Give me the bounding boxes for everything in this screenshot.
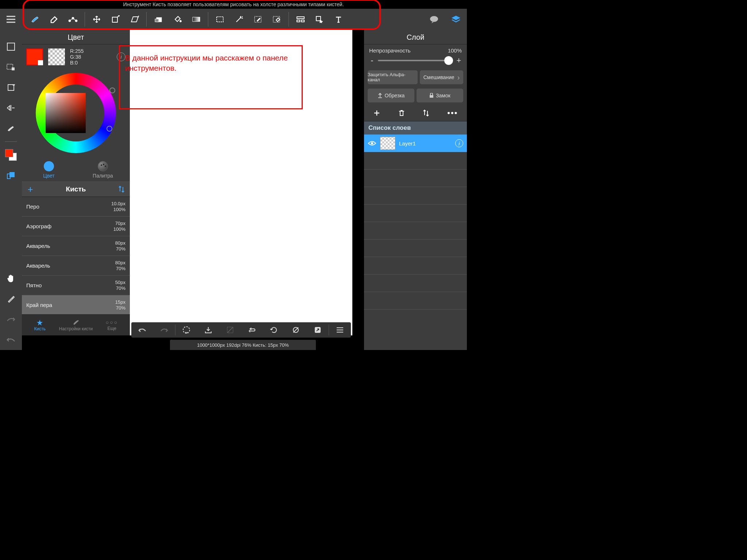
tab-brush[interactable]: Кисть: [22, 315, 58, 335]
brush-row[interactable]: Акварель80px70%: [22, 236, 130, 256]
palette-tab[interactable]: Палитра: [76, 157, 130, 183]
svg-rect-12: [297, 20, 300, 22]
text-icon[interactable]: [329, 12, 348, 27]
bottom-menu-button[interactable]: [329, 327, 351, 332]
canvas[interactable]: В данной инструкции мы расскажем о панел…: [130, 30, 352, 335]
eraser-icon[interactable]: [44, 12, 63, 27]
tool-tooltip: Инструмент Кисть позволяет пользователям…: [0, 0, 467, 9]
top-toolbar: [0, 9, 467, 30]
canvas-icon[interactable]: [4, 39, 18, 54]
layer-reorder-button[interactable]: [423, 109, 429, 117]
hide-ref-icon[interactable]: [285, 326, 307, 334]
svg-point-25: [103, 164, 104, 165]
svg-line-32: [228, 327, 233, 332]
svg-point-30: [183, 327, 190, 333]
layer-name: Layer1: [399, 140, 416, 147]
brush-panel-title: Кисть: [39, 185, 113, 193]
svg-rect-16: [7, 43, 15, 50]
brush-row[interactable]: Аэрограф70px100%: [22, 217, 130, 236]
brush-row[interactable]: Акварель80px70%: [22, 256, 130, 276]
panels-icon[interactable]: [291, 12, 310, 27]
undo-button[interactable]: [131, 327, 153, 332]
opacity-minus[interactable]: -: [369, 56, 375, 65]
distort-icon[interactable]: [125, 12, 144, 27]
reset-view-icon[interactable]: [263, 326, 285, 334]
svg-rect-11: [297, 17, 304, 19]
marquee-icon[interactable]: [210, 12, 229, 27]
repeat-icon[interactable]: [241, 327, 263, 333]
layer-item[interactable]: Layer1 i: [364, 135, 467, 152]
svg-point-26: [105, 166, 106, 167]
select-brush-icon[interactable]: [248, 12, 267, 27]
cursor-icon[interactable]: [310, 12, 329, 27]
svg-rect-5: [155, 19, 159, 22]
foreground-swatch[interactable]: [26, 48, 43, 65]
redo-button[interactable]: [153, 327, 175, 332]
svg-rect-28: [430, 95, 433, 98]
brush-row[interactable]: Край пера15px70%: [22, 295, 130, 314]
crop-button[interactable]: Обрезка: [368, 89, 414, 102]
color-panel-title: Цвет: [22, 30, 130, 44]
dots-path-icon[interactable]: [63, 12, 82, 27]
fullscreen-icon[interactable]: [307, 326, 329, 334]
selection-add-icon[interactable]: [4, 60, 18, 74]
rotate-canvas-icon[interactable]: [175, 326, 197, 334]
opacity-slider[interactable]: - +: [369, 56, 462, 65]
brush-left-icon[interactable]: [4, 121, 18, 136]
layer-more-button[interactable]: •••: [447, 108, 458, 118]
color-wheel[interactable]: [22, 69, 130, 157]
protect-alpha-button[interactable]: Защитить Альфа-канал: [368, 70, 418, 84]
layer-thumbnail: [380, 137, 395, 150]
brush-icon[interactable]: [26, 12, 44, 27]
svg-point-6: [180, 20, 182, 22]
undo-icon[interactable]: [4, 332, 18, 347]
color-tab[interactable]: Цвет: [22, 157, 76, 183]
color-swatch-icon[interactable]: [4, 148, 18, 162]
background-swatch[interactable]: [48, 48, 65, 65]
svg-rect-3: [112, 17, 117, 22]
flip-h-icon[interactable]: [4, 101, 18, 115]
transform-icon[interactable]: [106, 12, 125, 27]
wand-icon[interactable]: [229, 12, 248, 27]
chat-icon[interactable]: [429, 15, 439, 23]
move-icon[interactable]: [87, 12, 106, 27]
eyedropper-icon[interactable]: [4, 292, 18, 306]
color-panel: Цвет R:255 G:38 B:0 i Цвет Палитра: [22, 30, 130, 183]
hand-icon[interactable]: [4, 271, 18, 286]
svg-point-15: [430, 16, 438, 22]
opacity-value: 100%: [448, 47, 462, 54]
layers-icon[interactable]: [451, 15, 461, 24]
opacity-plus[interactable]: +: [456, 56, 462, 65]
layer-add-button[interactable]: [373, 109, 380, 117]
brush-add-button[interactable]: +: [22, 184, 39, 195]
brush-row[interactable]: Пятно50px70%: [22, 276, 130, 295]
tab-brush-settings[interactable]: Настройки кисти: [58, 315, 94, 335]
status-bar: 1000*1000px 192dpi 76% Кисть: 15px 70%: [170, 340, 316, 350]
brush-sort-button[interactable]: [113, 186, 130, 193]
left-tool-strip: [0, 30, 22, 350]
gradient-icon[interactable]: [187, 12, 206, 27]
bucket-icon[interactable]: [168, 12, 187, 27]
select-erase-icon[interactable]: [267, 12, 286, 27]
layer-panel: Слой Непрозрачность 100% - + Защитить Ал…: [364, 30, 467, 350]
svg-rect-7: [193, 17, 200, 22]
save-icon[interactable]: [197, 326, 219, 334]
redo-icon[interactable]: [4, 312, 18, 327]
menu-button[interactable]: [0, 9, 22, 30]
rotate-icon[interactable]: [4, 80, 18, 95]
lock-button[interactable]: Замок: [417, 89, 463, 102]
tab-more[interactable]: ○○○Еще: [94, 315, 130, 335]
brush-row[interactable]: Перо10.0px100%: [22, 197, 130, 217]
layer-visibility-icon[interactable]: [368, 140, 376, 146]
fill-icon[interactable]: [149, 12, 168, 27]
layer-delete-button[interactable]: [398, 109, 405, 117]
svg-point-24: [101, 164, 102, 166]
layer-info-icon[interactable]: i: [455, 139, 463, 147]
opacity-label: Непрозрачность: [369, 47, 411, 54]
reference-icon[interactable]: [4, 168, 18, 183]
blend-mode-button[interactable]: Смешивание: [420, 70, 463, 84]
svg-rect-13: [301, 20, 304, 22]
bottom-toolbar: [131, 322, 351, 338]
layer-list-title: Список слоев: [364, 121, 467, 135]
deselect-icon[interactable]: [219, 326, 241, 334]
